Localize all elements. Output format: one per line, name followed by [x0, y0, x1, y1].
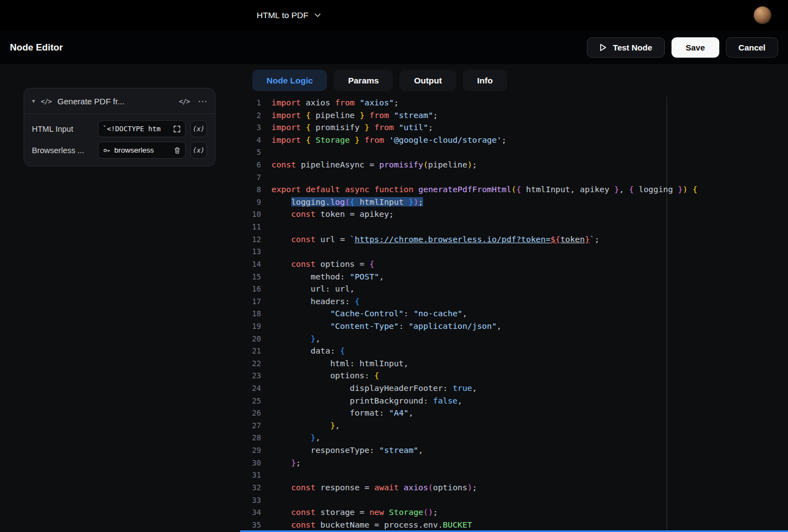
line-number: 31: [242, 469, 261, 481]
workflow-selector[interactable]: HTML to PDF: [257, 0, 321, 31]
line-number: 7: [242, 171, 261, 184]
line-number: 11: [242, 221, 261, 233]
code-line[interactable]: 3import { promisify } from "util";: [242, 121, 788, 134]
html-input-expression-chip[interactable]: (x): [190, 120, 207, 137]
line-number: 17: [242, 295, 261, 308]
line-number: 33: [242, 494, 261, 507]
code-line[interactable]: 1import axios from "axios";: [242, 97, 788, 109]
tab-node-logic[interactable]: Node Logic: [252, 70, 327, 91]
code-line[interactable]: 10 const token = apikey;: [242, 208, 788, 221]
code-line[interactable]: 22 html: htmlInput,: [242, 357, 788, 370]
line-number: 10: [242, 208, 261, 221]
code-line[interactable]: 7: [242, 171, 788, 184]
code-line[interactable]: 5: [242, 146, 788, 159]
code-line[interactable]: 25 printBackground: false,: [242, 395, 788, 407]
line-number: 8: [242, 183, 261, 196]
line-number: 32: [242, 481, 261, 494]
code-line[interactable]: 12 const url = `https://chrome.browserle…: [242, 233, 788, 246]
line-number: 12: [242, 233, 261, 246]
code-editor[interactable]: 1import axios from "axios";2import { pip…: [242, 97, 788, 530]
code-line[interactable]: 23 options: {: [242, 369, 788, 382]
browserless-expression-chip[interactable]: (x): [190, 142, 207, 159]
trash-icon[interactable]: [174, 147, 181, 154]
html-input-field[interactable]: `<!DOCTYPE htm: [98, 120, 186, 137]
collapse-caret-icon[interactable]: ▾: [32, 97, 35, 105]
code-line[interactable]: 28 },: [242, 432, 788, 444]
code-line[interactable]: 2import { pipeline } from "stream";: [242, 109, 788, 122]
code-line[interactable]: 18 "Cache-Control": "no-cache",: [242, 307, 788, 320]
line-number: 29: [242, 444, 261, 457]
code-line[interactable]: 21 data: {: [242, 345, 788, 357]
line-number: 24: [242, 382, 261, 395]
tab-info[interactable]: Info: [463, 70, 507, 91]
more-menu-icon[interactable]: ⋯: [198, 97, 207, 106]
line-number: 34: [242, 506, 261, 519]
code-line[interactable]: 27 },: [242, 419, 788, 432]
save-button[interactable]: Save: [672, 37, 719, 58]
code-line[interactable]: 14 const options = {: [242, 258, 788, 271]
line-number: 18: [242, 307, 261, 320]
header-actions: Test Node Save Cancel: [587, 37, 778, 58]
code-line[interactable]: 9 logging.log({ htmlInput });: [242, 196, 788, 209]
code-line[interactable]: 30 };: [242, 457, 788, 469]
line-number: 19: [242, 320, 261, 333]
line-number: 5: [242, 146, 261, 159]
node-card-body: HTML Input `<!DOCTYPE htm (x) Browserles…: [24, 114, 215, 166]
test-node-label: Test Node: [613, 43, 652, 52]
line-number: 2: [242, 109, 261, 122]
editor-panel: Node Logic Params Output Info 1import ax…: [242, 64, 788, 532]
key-icon: [103, 147, 110, 154]
header: Node Editor Test Node Save Cancel: [0, 31, 788, 64]
line-number: 14: [242, 258, 261, 271]
browserless-value: browserless: [114, 146, 170, 154]
code-line[interactable]: 20 },: [242, 333, 788, 345]
code-line[interactable]: 29 responseType: "stream",: [242, 444, 788, 457]
code-line[interactable]: 8export default async function generateP…: [242, 183, 788, 196]
code-line[interactable]: 15 method: "POST",: [242, 271, 788, 283]
code-line[interactable]: 24 displayHeaderFooter: true,: [242, 382, 788, 395]
code-line[interactable]: 33: [242, 494, 788, 507]
cancel-button[interactable]: Cancel: [726, 37, 778, 58]
line-number: 1: [242, 97, 261, 109]
code-line[interactable]: 31: [242, 469, 788, 481]
line-number: 20: [242, 333, 261, 345]
browserless-label: Browserless ...: [32, 146, 93, 155]
line-number: 35: [242, 519, 261, 530]
field-row-browserless: Browserless ... browserless (x): [32, 142, 207, 159]
line-number: 30: [242, 457, 261, 469]
code-line[interactable]: 26 format: "A4",: [242, 407, 788, 419]
code-line[interactable]: 13: [242, 245, 788, 258]
code-line[interactable]: 35 const bucketName = process.env.BUCKET: [242, 519, 788, 530]
code-line[interactable]: 16 url: url,: [242, 283, 788, 295]
chevron-down-icon: [314, 13, 321, 18]
code-line[interactable]: 19 "Content-Type": "application/json",: [242, 320, 788, 333]
code-line[interactable]: 17 headers: {: [242, 295, 788, 308]
html-input-label: HTML Input: [32, 125, 93, 133]
left-panel: ▾ </> Generate PDF fr... </> ⋯ HTML Inpu…: [0, 64, 242, 532]
tab-output[interactable]: Output: [399, 70, 456, 91]
line-number: 21: [242, 345, 261, 357]
browserless-field[interactable]: browserless: [98, 142, 186, 159]
line-number: 27: [242, 419, 261, 432]
edit-code-icon[interactable]: </>: [179, 97, 190, 105]
line-number: 9: [242, 196, 261, 209]
code-line[interactable]: 6const pipelineAsync = promisify(pipelin…: [242, 159, 788, 171]
node-card: ▾ </> Generate PDF fr... </> ⋯ HTML Inpu…: [24, 88, 215, 166]
node-title: Generate PDF fr...: [58, 97, 125, 106]
avatar[interactable]: [754, 7, 771, 24]
line-number: 26: [242, 407, 261, 419]
code-line[interactable]: 32 const response = await axios(options)…: [242, 481, 788, 494]
line-number: 6: [242, 159, 261, 171]
code-line[interactable]: 11: [242, 221, 788, 233]
expand-icon[interactable]: [173, 125, 181, 133]
app: { "topbar": { "workflow_title": "HTML to…: [0, 0, 788, 532]
line-number: 13: [242, 245, 261, 258]
node-card-header: ▾ </> Generate PDF fr... </> ⋯: [24, 88, 215, 114]
test-node-button[interactable]: Test Node: [587, 37, 664, 58]
code-line[interactable]: 4import { Storage } from '@google-cloud/…: [242, 134, 788, 147]
tab-params[interactable]: Params: [334, 70, 393, 91]
html-input-value: `<!DOCTYPE htm: [103, 125, 169, 133]
workflow-title: HTML to PDF: [257, 10, 308, 20]
code-line[interactable]: 34 const storage = new Storage();: [242, 506, 788, 519]
line-number: 15: [242, 271, 261, 283]
